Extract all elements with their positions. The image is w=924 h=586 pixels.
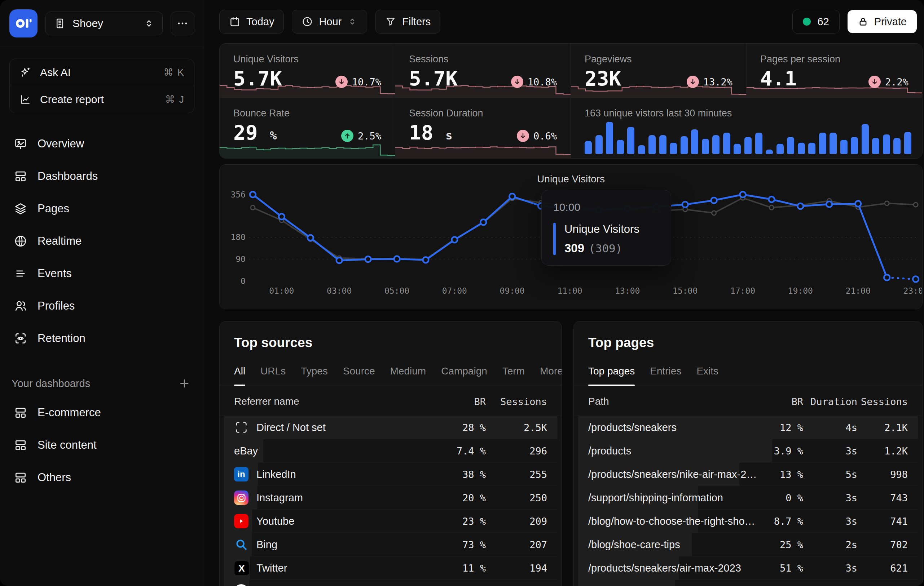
- sidebar-header: Shoey: [9, 9, 195, 38]
- sidebar-item-pages[interactable]: Pages: [9, 193, 195, 225]
- table-row[interactable]: Google45 %191: [224, 580, 557, 586]
- nav-item-label: Site content: [38, 439, 97, 451]
- metric-value-row: 29 %2.5%: [233, 123, 381, 143]
- tab-label: Medium: [390, 365, 426, 377]
- table-row[interactable]: Direct / Not set28 %2.5K: [224, 416, 557, 440]
- grid-icon: [14, 471, 27, 484]
- row-sessions: 250: [486, 492, 547, 504]
- row-duration: 3s: [803, 516, 857, 527]
- table-row[interactable]: /products/sneakers/nike-air-max-2…13 %5s…: [578, 463, 918, 486]
- tab-exits[interactable]: Exits: [696, 360, 718, 386]
- app-logo[interactable]: [9, 9, 38, 38]
- visibility-button[interactable]: Private: [848, 10, 917, 33]
- metric-card-unique-visitors[interactable]: Unique Visitors5.7K10.7%: [219, 44, 395, 98]
- sidebar-item-profiles[interactable]: Profiles: [9, 290, 195, 322]
- tab-entries[interactable]: Entries: [650, 360, 681, 386]
- sidebar-item-realtime[interactable]: Realtime: [9, 225, 195, 257]
- table-row[interactable]: /blog/shoe-care-tips25 %2s702: [578, 533, 918, 556]
- top-pages-panel: Top pages Top pagesEntriesExits Path BR …: [573, 321, 922, 586]
- table-row[interactable]: /blog/how-to-choose-the-right-sho…8.7 %3…: [578, 510, 918, 533]
- metric-card-pages-per-session[interactable]: Pages per session4.12.2%: [747, 44, 922, 98]
- dashboard-item-e-commerce[interactable]: E-commerce: [9, 397, 195, 429]
- table-row[interactable]: Bing73 %207: [224, 533, 557, 556]
- tab-term[interactable]: Term: [502, 360, 525, 386]
- metric-value-row: 5.7K10.7%: [233, 69, 381, 89]
- row-name: Instagram: [234, 491, 432, 505]
- table-row[interactable]: Instagram20 %250: [224, 486, 557, 510]
- tab-source[interactable]: Source: [343, 360, 375, 386]
- grid-icon: [14, 438, 27, 452]
- table-row[interactable]: /support/faq68 %2s600: [578, 580, 918, 586]
- metric-delta-value: 2.2%: [885, 76, 909, 87]
- row-cells: XTwitter11 %194: [234, 561, 547, 575]
- eye-scan-icon: [14, 332, 27, 345]
- sidebar-item-overview[interactable]: Overview: [9, 128, 195, 160]
- metric-card-session-duration[interactable]: Session Duration18 s0.6%: [395, 98, 571, 158]
- table-row[interactable]: /products/sneakers/air-max-202351 %3s621: [578, 556, 918, 580]
- row-br: 28 %: [432, 422, 486, 433]
- table-row[interactable]: inLinkedIn38 %255: [224, 463, 557, 486]
- metric-card-pageviews[interactable]: Pageviews23K13.2%: [571, 44, 747, 98]
- tab-campaign[interactable]: Campaign: [441, 360, 487, 386]
- quick-action-create-report[interactable]: Create report⌘ J: [10, 86, 194, 113]
- workspace-selector[interactable]: Shoey: [45, 12, 163, 35]
- quick-action-ask-ai[interactable]: Ask AI⌘ K: [10, 59, 194, 86]
- svg-text:0: 0: [241, 277, 246, 286]
- row-duration: 3s: [803, 563, 857, 574]
- top-sources-tabs: AllURLsTypesSourceMediumCampaignTermMore: [219, 360, 561, 386]
- live-visitors-badge[interactable]: 62: [792, 10, 839, 33]
- interval-select[interactable]: Hour: [292, 10, 367, 33]
- live-dot-icon: [803, 18, 811, 26]
- chevron-updown-icon: [144, 18, 154, 29]
- tab-label: Term: [502, 365, 525, 377]
- row-name-text: Youtube: [256, 515, 294, 527]
- realtime-bar: [904, 132, 911, 154]
- top-pages-title: Top pages: [574, 321, 922, 350]
- tab-urls[interactable]: URLs: [261, 360, 285, 386]
- table-row[interactable]: eBay7.4 %296: [224, 440, 557, 463]
- sidebar-item-dashboards[interactable]: Dashboards: [9, 160, 195, 193]
- row-cells: /products3.9 %3s1.2K: [588, 445, 908, 457]
- table-row[interactable]: XTwitter11 %194: [224, 556, 557, 580]
- table-row[interactable]: Youtube23 %209: [224, 510, 557, 533]
- arrow-down-icon: [868, 76, 881, 88]
- realtime-bar: [787, 137, 794, 154]
- tab-label: All: [234, 365, 245, 377]
- row-duration: 4s: [803, 422, 857, 433]
- metric-value: 5.7K: [409, 69, 458, 89]
- table-row[interactable]: /products3.9 %3s1.2K: [578, 440, 918, 463]
- realtime-bar: [734, 144, 741, 154]
- realtime-bar: [777, 144, 784, 154]
- visibility-label: Private: [874, 16, 907, 28]
- tab-all[interactable]: All: [234, 360, 245, 386]
- table-row[interactable]: /products/sneakers12 %4s2.1K: [578, 416, 918, 440]
- row-name: inLinkedIn: [234, 467, 432, 481]
- row-cells: eBay7.4 %296: [234, 445, 547, 457]
- sidebar-item-retention[interactable]: Retention: [9, 322, 195, 355]
- realtime-bar: [691, 129, 698, 154]
- metric-card-bounce-rate[interactable]: Bounce Rate29 %2.5%: [219, 98, 395, 158]
- date-range-button[interactable]: Today: [219, 10, 284, 33]
- add-dashboard-button[interactable]: [177, 375, 192, 392]
- live-count: 62: [817, 16, 829, 28]
- tab-medium[interactable]: Medium: [390, 360, 426, 386]
- realtime-bar: [819, 133, 826, 154]
- metric-number: 29: [233, 121, 257, 144]
- tooltip-time: 10:00: [553, 201, 659, 213]
- arrow-down-icon: [687, 76, 699, 88]
- metric-unit: %: [270, 128, 277, 142]
- sidebar-item-events[interactable]: Events: [9, 257, 195, 290]
- tab-more[interactable]: More: [540, 360, 562, 386]
- realtime-visitors-card[interactable]: 163 unique vistors last 30 minutes: [571, 98, 922, 158]
- dashboard-item-others[interactable]: Others: [9, 461, 195, 494]
- realtime-bar: [670, 143, 677, 154]
- filters-button[interactable]: Filters: [375, 10, 441, 33]
- tab-top-pages[interactable]: Top pages: [588, 360, 635, 386]
- row-name: /products/sneakers: [588, 421, 756, 433]
- dashboard-item-site-content[interactable]: Site content: [9, 429, 195, 461]
- row-name-text: /blog/how-to-choose-the-right-sho…: [588, 515, 755, 527]
- table-row[interactable]: /support/shipping-information0 %3s743: [578, 486, 918, 510]
- tab-types[interactable]: Types: [301, 360, 328, 386]
- metric-card-sessions[interactable]: Sessions5.7K10.8%: [395, 44, 571, 98]
- sidebar-more-button[interactable]: [171, 12, 195, 35]
